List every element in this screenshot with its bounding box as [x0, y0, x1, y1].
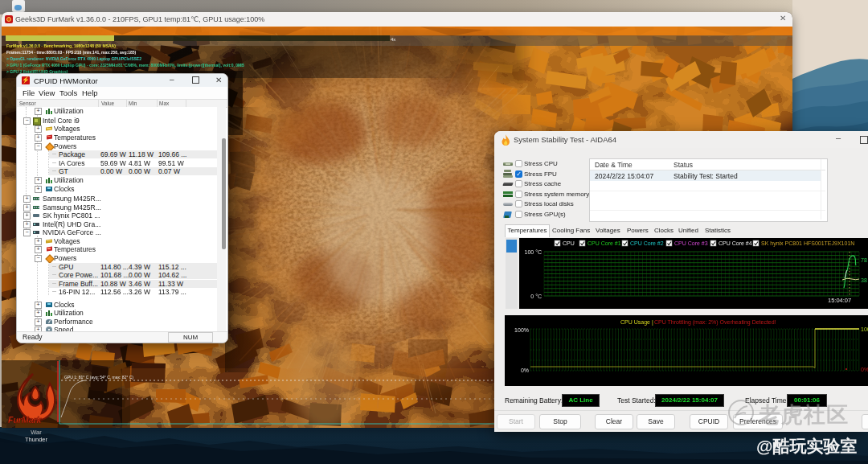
- svg-text:> OpenGL renderer: NVIDIA GeFo: > OpenGL renderer: NVIDIA GeForce RTX 40…: [6, 56, 141, 61]
- svg-text:CPU Throttling (max: 2%) Ove: CPU Throttling (max: 2%) Overheating Det…: [654, 319, 776, 326]
- svg-text:CPU Usage |: CPU Usage |: [620, 319, 653, 326]
- svg-text:FurMark v1.36.0.0 - Benchmarki: FurMark v1.36.0.0 - Benchmarking, 1980x1…: [6, 43, 116, 48]
- svg-text:FurMark: FurMark: [8, 415, 43, 425]
- svg-text:4x: 4x: [391, 37, 395, 42]
- svg-text:0%: 0%: [521, 368, 529, 373]
- svg-text:38: 38: [861, 277, 867, 283]
- svg-text:100: 100: [861, 326, 868, 332]
- svg-text:0%: 0%: [861, 367, 868, 372]
- svg-text:15:04:07: 15:04:07: [828, 297, 851, 304]
- svg-text:100%: 100%: [514, 327, 529, 333]
- svg-text:Frames:11754 - time:880/5:03 -: Frames:11754 - time:880/5:03 - FPS:218 (…: [6, 50, 137, 55]
- svg-text:CPU Core #4: CPU Core #4: [719, 240, 752, 246]
- svg-text:CPU Core #2: CPU Core #2: [630, 240, 664, 246]
- svg-text:SK hynix PC801 HFS001TEJ9X101N: SK hynix PC801 HFS001TEJ9X101N: [761, 240, 854, 247]
- svg-text:GPU 1: 81° C (avg: 54° C, max:: GPU 1: 81° C (avg: 54° C, max: 82° C): [64, 375, 133, 380]
- svg-text:CPU: CPU: [563, 240, 575, 246]
- svg-text:CPU Core #1: CPU Core #1: [588, 240, 621, 246]
- svg-text:78: 78: [861, 257, 867, 263]
- svg-text:100 °C: 100 °C: [525, 249, 542, 255]
- svg-text:> GPU 1 (GeForce RTX 4060 Lapt: > GPU 1 (GeForce RTX 4060 Laptop GPU) - …: [6, 63, 244, 68]
- svg-text:0 °C: 0 °C: [530, 294, 542, 299]
- svg-text:CPU Core #3: CPU Core #3: [674, 240, 708, 246]
